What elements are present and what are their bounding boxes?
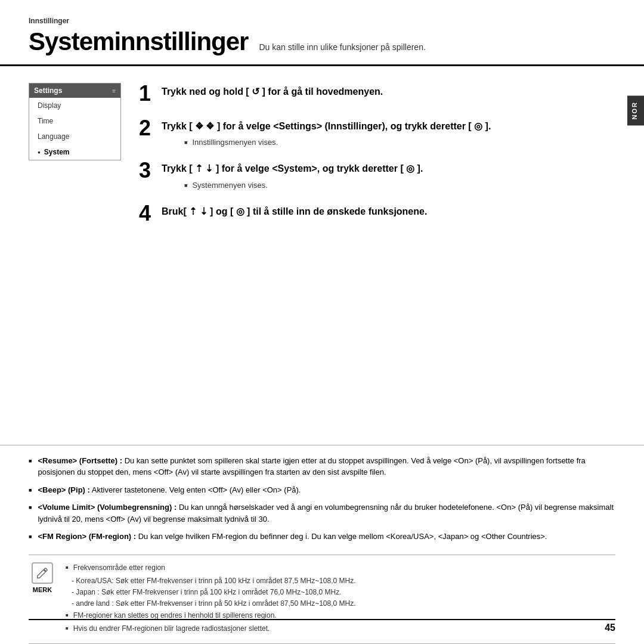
step-4-number: 4: [139, 203, 153, 224]
main-content: Settings ≡ Display Time Language System …: [0, 66, 644, 442]
page-title: Systeminnstillinger: [29, 27, 248, 56]
settings-item-display[interactable]: Display: [29, 98, 120, 113]
bottom-line: [29, 619, 615, 620]
note-content: Frekvensområde etter region - Korea/USA:…: [66, 562, 356, 636]
step-1-number: 1: [139, 83, 153, 104]
note-sub-lines: - Korea/USA: Søk etter FM-frekvenser i t…: [66, 575, 356, 610]
note-bullet-0: Frekvensområde etter region: [66, 562, 356, 574]
bullet-2-text: <Volume Limit> (Volumbegrensning) : Du k…: [38, 501, 615, 525]
step-4: 4 Bruk[ ⇡ ⇣ ] og [ ◎ ] til å stille inn …: [139, 203, 592, 224]
settings-item-time[interactable]: Time: [29, 113, 120, 129]
page-number: 45: [605, 623, 615, 633]
steps-content: 1 Trykk ned og hold [ ↺ ] for å gå til h…: [139, 83, 615, 442]
step-2-note: Innstillingsmenyen vises.: [184, 138, 491, 147]
step-3: 3 Trykk [ ⇡ ⇣ ] for å velge <System>, og…: [139, 160, 592, 189]
note-icon-area: MERK: [29, 562, 56, 593]
note-section: MERK Frekvensområde etter region - Korea…: [29, 555, 615, 644]
step-1-text: Trykk ned og hold [ ↺ ] for å gå til hov…: [162, 83, 383, 98]
bullet-3-title: <FM Region> (FM-region) :: [38, 532, 136, 541]
step-1: 1 Trykk ned og hold [ ↺ ] for å gå til h…: [139, 83, 592, 104]
nor-tab: NOR: [627, 95, 644, 125]
bullet-1-title: <Beep> (Pip) :: [38, 485, 89, 494]
bullet-0-text: <Resume> (Fortsette) : Du kan sette punk…: [38, 455, 615, 478]
step-3-number: 3: [139, 160, 153, 181]
note-2-main: Hvis du endrer FM-regionen blir lagrede …: [73, 623, 270, 634]
header: Innstillinger Systeminnstillinger Du kan…: [0, 0, 644, 66]
title-line: Systeminnstillinger Du kan stille inn ul…: [29, 27, 615, 56]
note-sub-1: - Japan : Søk etter FM-frekvenser i trin…: [72, 587, 356, 598]
bullet-2-title: <Volume Limit> (Volumbegrensning) :: [38, 503, 177, 512]
note-icon: [32, 562, 53, 584]
bullet-3-text: <FM Region> (FM-region) : Du kan velge h…: [38, 531, 547, 543]
settings-panel: Settings ≡ Display Time Language System: [29, 83, 121, 160]
note-bullet-2: Hvis du endrer FM-regionen blir lagrede …: [66, 623, 356, 634]
note-sub-0: - Korea/USA: Søk etter FM-frekvenser i t…: [72, 575, 356, 587]
settings-label: Settings: [34, 86, 62, 95]
bullet-section: <Resume> (Fortsette) : Du kan sette punk…: [0, 445, 644, 549]
settings-item-language[interactable]: Language: [29, 129, 120, 144]
page-subtitle: Du kan stille inn ulike funksjoner på sp…: [259, 42, 425, 52]
step-4-text: Bruk[ ⇡ ⇣ ] og [ ◎ ] til å stille inn de…: [162, 203, 427, 218]
step-3-text: Trykk [ ⇡ ⇣ ] for å velge <System>, og t…: [162, 160, 423, 175]
settings-panel-header: Settings ≡: [29, 83, 120, 98]
note-label: MERK: [33, 586, 52, 593]
bullet-1-text: <Beep> (Pip) : Aktiverer tastetonene. Ve…: [38, 484, 301, 496]
bullet-item-0: <Resume> (Fortsette) : Du kan sette punk…: [29, 455, 615, 478]
note-sub-2: - andre land : Søk etter FM-frekvenser i…: [72, 598, 356, 609]
bullet-item-1: <Beep> (Pip) : Aktiverer tastetonene. Ve…: [29, 484, 615, 496]
step-2-text: Trykk [ ❖ ❖ ] for å velge <Settings> (In…: [162, 117, 491, 133]
bullet-item-2: <Volume Limit> (Volumbegrensning) : Du k…: [29, 501, 615, 525]
bullet-item-3: <FM Region> (FM-region) : Du kan velge h…: [29, 531, 615, 543]
page-container: NOR Innstillinger Systeminnstillinger Du…: [0, 0, 644, 644]
step-2-number: 2: [139, 117, 153, 139]
pencil-icon: [36, 566, 49, 580]
step-3-note: Systemmenyen vises.: [184, 181, 423, 190]
bullet-0-title: <Resume> (Fortsette) :: [38, 456, 122, 465]
settings-header-icon: ≡: [112, 88, 116, 94]
step-2: 2 Trykk [ ❖ ❖ ] for å velge <Settings> (…: [139, 117, 592, 147]
note-0-main: Frekvensområde etter region: [73, 562, 165, 574]
breadcrumb: Innstillinger: [29, 17, 615, 25]
settings-item-system[interactable]: System: [29, 144, 120, 160]
